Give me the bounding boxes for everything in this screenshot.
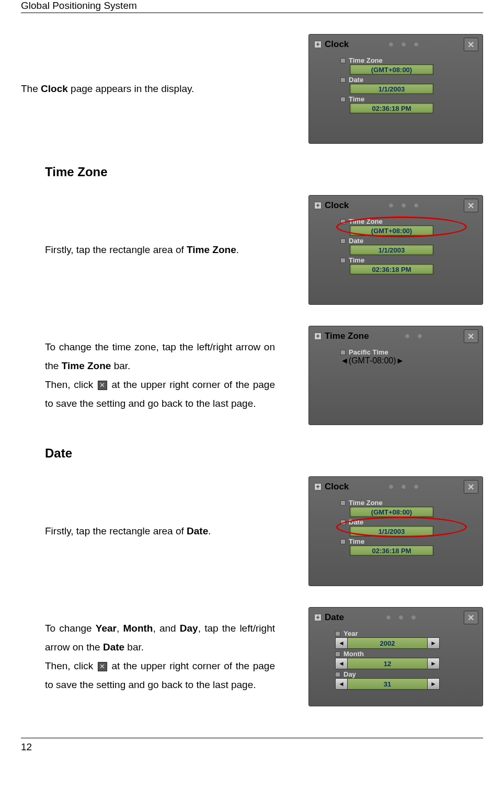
intro-prefix: The <box>21 83 41 94</box>
panel-title: Clock <box>325 200 349 211</box>
page-footer: 12 <box>21 738 483 753</box>
value-day: 31 <box>348 678 427 690</box>
label-time: Time <box>349 95 364 103</box>
tz-text-1: Firstly, tap the rectangle area of Time … <box>21 241 275 259</box>
expand-icon: + <box>314 614 322 621</box>
t: . <box>208 525 211 536</box>
screenshot-date: + Date ✕ Year ◄ 2002 ► Month ◄ 12 <box>308 607 483 706</box>
arrow-right-icon[interactable]: ► <box>396 356 405 365</box>
screenshot-clock-1: + Clock ✕ Time Zone (GMT+08:00) Date 1/1… <box>308 34 483 144</box>
t: Month <box>123 623 153 634</box>
tz-p1-b: Time Zone <box>187 244 236 255</box>
nav-dots <box>386 615 416 620</box>
t: , <box>117 623 123 634</box>
label-day: Day <box>343 670 356 678</box>
expand-icon: + <box>314 41 322 48</box>
expand-icon: + <box>314 483 322 490</box>
t: bar. <box>124 642 144 653</box>
expand-icon: + <box>314 202 322 209</box>
value-time[interactable]: 02:36:18 PM <box>350 264 433 275</box>
value-timezone[interactable]: (GMT+08:00) <box>350 225 433 236</box>
panel-title: Time Zone <box>325 331 369 341</box>
tz-text-2: To change the time zone, tap the left/ri… <box>21 338 275 413</box>
nav-dots <box>388 42 419 47</box>
label-timezone: Time Zone <box>349 56 383 64</box>
close-icon[interactable]: ✕ <box>464 480 478 494</box>
page-header: Global Positioning System <box>21 0 483 13</box>
nav-dots <box>388 203 419 208</box>
intro-suffix: page appears in the display. <box>68 83 194 94</box>
value-time[interactable]: 02:36:18 PM <box>350 103 433 113</box>
expand-icon: + <box>314 333 322 340</box>
arrow-left-icon[interactable]: ◄ <box>335 678 348 690</box>
t: bar. <box>111 360 130 371</box>
tz-p1-a: Firstly, tap the rectangle area of <box>45 244 187 255</box>
intro-bold: Clock <box>41 83 68 94</box>
t: Firstly, tap the rectangle area of <box>45 525 187 536</box>
value-timezone[interactable]: (GMT+08:00) <box>350 507 433 517</box>
label-timezone: Time Zone <box>349 499 383 507</box>
t: Date <box>103 642 124 653</box>
screenshot-clock-3: + Clock ✕ Time Zone (GMT+08:00) Date 1/1… <box>308 476 483 586</box>
t: Year <box>96 623 117 634</box>
label-pacific: Pacific Time <box>349 348 388 356</box>
arrow-left-icon[interactable]: ◄ <box>335 637 348 649</box>
date-text-1: Firstly, tap the rectangle area of Date. <box>21 522 275 541</box>
label-date: Date <box>349 518 363 526</box>
panel-title: Clock <box>325 39 349 50</box>
value-time[interactable]: 02:36:18 PM <box>350 545 433 556</box>
value-timezone: (GMT-08:00) <box>349 356 396 365</box>
t: To change <box>45 623 96 634</box>
close-icon[interactable]: ✕ <box>464 199 478 212</box>
close-icon[interactable]: ✕ <box>464 329 478 343</box>
close-icon: ✕ <box>98 381 107 390</box>
t: Date <box>187 525 208 536</box>
value-date[interactable]: 1/1/2003 <box>350 84 433 94</box>
label-year: Year <box>343 630 358 637</box>
arrow-right-icon[interactable]: ► <box>427 637 440 649</box>
panel-title: Clock <box>325 482 349 492</box>
t: Time Zone <box>62 360 111 371</box>
t: Day <box>180 623 198 634</box>
arrow-left-icon[interactable]: ◄ <box>340 356 349 365</box>
label-month: Month <box>343 650 364 658</box>
value-date[interactable]: 1/1/2003 <box>350 245 433 255</box>
intro-text: The Clock page appears in the display. <box>21 79 251 98</box>
header-text: Global Positioning System <box>21 0 137 11</box>
date-text-2: To change Year, Month, and Day, tap the … <box>21 619 275 694</box>
heading-timezone: Time Zone <box>21 165 483 179</box>
tz-p1-c: . <box>236 244 239 255</box>
screenshot-timezone: + Time Zone ✕ Pacific Time ◄ (GMT-08:00)… <box>308 326 483 425</box>
value-month: 12 <box>348 658 427 669</box>
arrow-right-icon[interactable]: ► <box>427 658 440 669</box>
label-timezone: Time Zone <box>349 218 383 225</box>
nav-dots <box>405 334 422 339</box>
value-timezone[interactable]: (GMT+08:00) <box>350 64 433 75</box>
t: , and <box>153 623 179 634</box>
screenshot-clock-2: + Clock ✕ Time Zone (GMT+08:00) Date 1/1… <box>308 195 483 305</box>
heading-date: Date <box>21 446 483 461</box>
t: Then, click <box>45 379 97 390</box>
label-time: Time <box>349 256 364 264</box>
t: Then, click <box>45 660 97 671</box>
close-icon[interactable]: ✕ <box>464 38 478 51</box>
close-icon[interactable]: ✕ <box>464 611 478 624</box>
close-icon: ✕ <box>98 662 107 671</box>
value-year: 2002 <box>348 637 427 649</box>
nav-dots <box>388 484 419 489</box>
page-number: 12 <box>21 741 32 752</box>
label-date: Date <box>349 237 363 245</box>
arrow-right-icon[interactable]: ► <box>427 678 440 690</box>
label-time: Time <box>349 537 364 545</box>
label-date: Date <box>349 76 363 84</box>
arrow-left-icon[interactable]: ◄ <box>335 658 348 669</box>
value-date[interactable]: 1/1/2003 <box>350 526 433 536</box>
panel-title: Date <box>325 612 344 623</box>
